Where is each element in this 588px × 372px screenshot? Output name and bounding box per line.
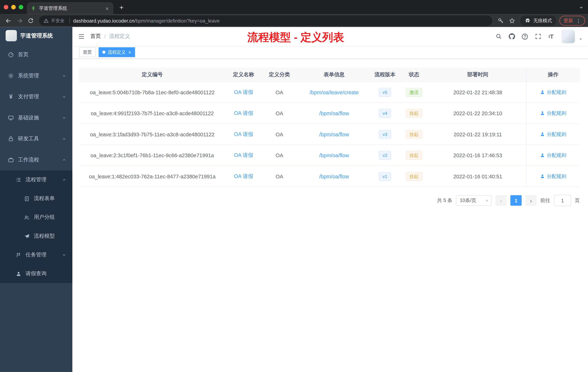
bookmark-star-icon[interactable] (506, 15, 517, 26)
sidebar-item-label: 支付管理 (18, 94, 39, 100)
sidebar-item-label: 请假查询 (25, 270, 47, 277)
incognito-badge: 无痕模式 (520, 15, 556, 26)
assign-rule-link[interactable]: 分配规则 (540, 110, 566, 117)
definition-category: OA (262, 82, 297, 102)
search-icon[interactable] (493, 31, 504, 42)
password-key-icon[interactable] (495, 15, 506, 26)
sidebar-item-label: 首页 (18, 52, 29, 58)
breadcrumb-home[interactable]: 首页 (90, 33, 101, 40)
status-badge: 激活 (406, 88, 422, 97)
form-link[interactable]: /bpm/oa/flow (319, 173, 349, 179)
list-icon (15, 176, 22, 183)
sidebar-item-label: 工作流程 (18, 156, 39, 163)
definition-name-link[interactable]: OA 请假 (234, 110, 253, 117)
avatar-caret-down-icon[interactable] (578, 37, 583, 41)
person-icon (540, 132, 545, 137)
sidebar-item-leave-query[interactable]: 请假查询 (0, 264, 72, 283)
user-avatar[interactable] (561, 30, 575, 43)
form-link[interactable]: /bpm/oa/flow (319, 152, 349, 158)
sidebar-item-label: 研发工具 (18, 136, 39, 142)
form-link[interactable]: /bpm/oa/flow (319, 110, 349, 116)
tags-view-bar: 首页 流程定义 × (72, 46, 588, 59)
lock-icon (8, 136, 14, 142)
sidebar-toggle-icon[interactable] (72, 27, 90, 46)
sidebar-item-infra[interactable]: 基础设施 (0, 107, 72, 129)
sidebar-item-process-model[interactable]: 流程模型 (0, 227, 72, 245)
assign-rule-link[interactable]: 分配规则 (540, 89, 566, 96)
definition-id: oa_leave:1:482ec033-762a-11ec-8477-a2380… (79, 166, 225, 186)
sidebar-item-home[interactable]: 首页 (0, 44, 72, 65)
tag-home[interactable]: 首页 (79, 47, 96, 57)
sidebar-item-workflow[interactable]: 工作流程 (0, 149, 72, 171)
goto-label: 前往 (540, 197, 550, 204)
sidebar-logo[interactable]: 芋道管理系统 (0, 27, 72, 44)
version-badge: v5 (379, 88, 391, 97)
reload-button[interactable] (25, 15, 36, 26)
close-window-button[interactable] (4, 5, 8, 10)
page-number-1[interactable]: 1 (510, 195, 522, 206)
status-badge: 挂起 (406, 109, 422, 118)
assign-rule-label: 分配规则 (547, 89, 566, 96)
definition-name-link[interactable]: OA 请假 (234, 89, 253, 96)
fullscreen-icon[interactable] (532, 31, 544, 42)
assign-rule-label: 分配规则 (547, 131, 566, 138)
logo-avatar (6, 30, 17, 41)
definition-category: OA (262, 166, 297, 186)
assign-rule-link[interactable]: 分配规则 (540, 131, 566, 138)
definition-id: oa_leave:5:004b710b-7b8a-11ec-8ef0-acde4… (79, 82, 225, 102)
tab-close-icon[interactable]: × (105, 5, 109, 11)
definition-name-link[interactable]: OA 请假 (234, 131, 253, 138)
goto-page-input[interactable] (554, 195, 571, 206)
help-icon[interactable] (519, 31, 531, 42)
definition-name-link[interactable]: OA 请假 (234, 173, 253, 180)
tag-process-definition[interactable]: 流程定义 × (99, 47, 135, 57)
sidebar-item-user-group[interactable]: 用户分组 (0, 208, 72, 227)
sidebar-item-devtools[interactable]: 研发工具 (0, 128, 72, 149)
font-size-icon[interactable]: tT (545, 31, 557, 42)
status-badge: 挂起 (406, 151, 422, 160)
status-badge: 挂起 (406, 172, 422, 181)
form-link[interactable]: /bpm/oa/leave/create (310, 89, 359, 95)
definition-id: oa_leave:3:1fad3d93-7b75-11ec-a3c8-acde4… (79, 124, 225, 144)
person-icon (540, 153, 545, 158)
top-navbar: 首页 / 流程定义 流程模型 - 定义列表 (72, 27, 588, 46)
document-icon (23, 195, 30, 202)
tag-close-icon[interactable]: × (128, 50, 131, 55)
window-controls (0, 5, 23, 10)
sidebar-item-system[interactable]: 系统管理 (0, 65, 72, 87)
version-badge: v3 (379, 130, 391, 139)
zoom-window-button[interactable] (19, 5, 23, 10)
chevron-down-icon (62, 137, 66, 141)
page-size-select[interactable]: 10条/页 ▾ (456, 195, 492, 206)
url-separator (69, 18, 70, 23)
new-tab-button[interactable]: + (117, 3, 126, 12)
sidebar-item-process-mgmt[interactable]: 流程管理 (0, 170, 72, 189)
github-icon[interactable] (506, 31, 517, 42)
chevron-up-icon (62, 158, 66, 162)
sidebar-item-payment[interactable]: ¥ 支付管理 (0, 86, 72, 107)
update-button[interactable]: 更新 ⋮ (559, 16, 585, 26)
assign-rule-link[interactable]: 分配规则 (540, 173, 566, 180)
address-bar[interactable]: 不安全 dashboard.yudao.iocoder.cn /bpm/mana… (39, 15, 493, 26)
browser-tab[interactable]: 芋道管理系统 × (27, 2, 113, 14)
col-header-version: 流程版本 (371, 67, 399, 81)
version-badge: v4 (379, 109, 391, 118)
forward-button[interactable] (14, 15, 25, 26)
back-button[interactable] (3, 15, 14, 26)
next-page-button[interactable]: › (525, 195, 537, 206)
tab-title: 芋道管理系统 (39, 5, 105, 11)
version-badge: v1 (379, 172, 391, 181)
browser-toolbar: 不安全 dashboard.yudao.iocoder.cn /bpm/mana… (0, 14, 588, 27)
definition-name-link[interactable]: OA 请假 (234, 152, 253, 159)
minimize-window-button[interactable] (11, 5, 16, 10)
sidebar-item-label: 任务管理 (25, 252, 47, 258)
assign-rule-link[interactable]: 分配规则 (540, 152, 566, 159)
form-link[interactable]: /bpm/oa/flow (319, 131, 349, 137)
security-label[interactable]: 不安全 (51, 17, 64, 24)
sidebar-item-process-form[interactable]: 流程表单 (0, 189, 72, 208)
prev-page-button[interactable]: ‹ (495, 195, 507, 206)
browser-menu-icon[interactable]: ⋮ (576, 18, 581, 23)
person-icon (540, 111, 545, 116)
tab-search-chevron-icon[interactable] (579, 5, 584, 10)
sidebar-item-task-mgmt[interactable]: 任务管理 (0, 245, 72, 264)
